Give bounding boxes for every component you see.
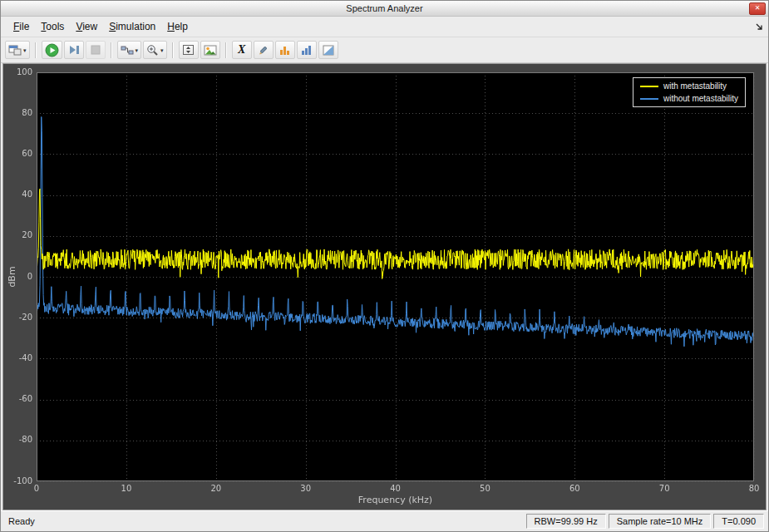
statusbar: Ready RBW=99.99 Hz Sample rate=10 MHz T=… (1, 510, 768, 531)
toolbar: ▾ ▾ ▾ (1, 37, 768, 63)
legend-label: with metastability (663, 81, 727, 91)
titlebar[interactable]: Spectrum Analyzer ✕ (1, 1, 768, 17)
menu-help[interactable]: Help (161, 18, 194, 35)
zoom-button[interactable]: ▾ (143, 41, 167, 59)
toolbar-separator (225, 42, 227, 58)
scale-axes-button[interactable] (179, 41, 199, 59)
stop-icon (91, 45, 101, 55)
legend[interactable]: with metastability without metastability (633, 77, 746, 107)
close-icon: ✕ (755, 4, 761, 12)
spectral-mask-button[interactable] (318, 41, 338, 59)
spectrum-plot-canvas[interactable] (3, 64, 766, 510)
legend-entry[interactable]: with metastability (640, 81, 738, 91)
window-title: Spectrum Analyzer (346, 3, 422, 13)
stop-button[interactable] (86, 41, 106, 59)
source-selector-button[interactable]: ▾ (117, 41, 142, 59)
legend-label: without metastability (663, 94, 738, 103)
source-selector-caret-icon[interactable]: ▾ (136, 47, 139, 53)
menubar: File Tools View Simulation Help (1, 17, 768, 37)
toolbar-separator (172, 42, 174, 58)
step-forward-icon (68, 45, 80, 55)
configuration-menu-caret-icon[interactable]: ▾ (23, 47, 27, 53)
menu-file[interactable]: File (7, 18, 35, 35)
channel-measurements-button[interactable] (297, 41, 317, 59)
spectrum-analyzer-window: Spectrum Analyzer ✕ File Tools View Simu… (0, 0, 769, 532)
status-rbw: RBW=99.99 Hz (526, 514, 606, 529)
toolbar-separator (111, 42, 112, 58)
configuration-icon (8, 45, 22, 56)
menu-view[interactable]: View (70, 18, 103, 35)
menu-simulation[interactable]: Simulation (103, 18, 161, 35)
status-time: T=0.090 (713, 514, 764, 529)
run-icon (45, 43, 59, 57)
scale-axes-icon (182, 44, 195, 56)
zoom-menu-caret-icon[interactable]: ▾ (160, 47, 164, 53)
peak-finder-button[interactable] (254, 41, 274, 59)
menu-tools[interactable]: Tools (35, 18, 70, 35)
cursors-icon: X (238, 44, 245, 56)
close-button[interactable]: ✕ (749, 2, 766, 15)
cursors-button[interactable]: X (232, 41, 252, 59)
distortion-measurements-button[interactable] (275, 41, 295, 59)
style-icon (204, 45, 217, 56)
legend-line-swatch-yellow (640, 86, 658, 87)
style-button[interactable] (200, 41, 220, 59)
toolbar-separator (35, 42, 37, 58)
orange-histogram-icon (279, 45, 291, 56)
pen-icon (258, 44, 269, 56)
zoom-icon (146, 44, 159, 57)
status-sample-rate: Sample rate=10 MHz (609, 514, 712, 529)
spectral-mask-icon (323, 45, 334, 56)
legend-line-swatch-blue (640, 98, 658, 100)
plot-area: with metastability without metastability (2, 63, 767, 510)
run-button[interactable] (42, 41, 62, 59)
source-selector-icon (121, 45, 134, 56)
status-ready: Ready (5, 516, 524, 526)
blue-histogram-icon (301, 45, 313, 56)
step-forward-button[interactable] (64, 41, 84, 59)
dock-arrow-icon[interactable] (755, 22, 763, 31)
legend-entry[interactable]: without metastability (640, 94, 738, 103)
configuration-button[interactable]: ▾ (5, 41, 30, 59)
